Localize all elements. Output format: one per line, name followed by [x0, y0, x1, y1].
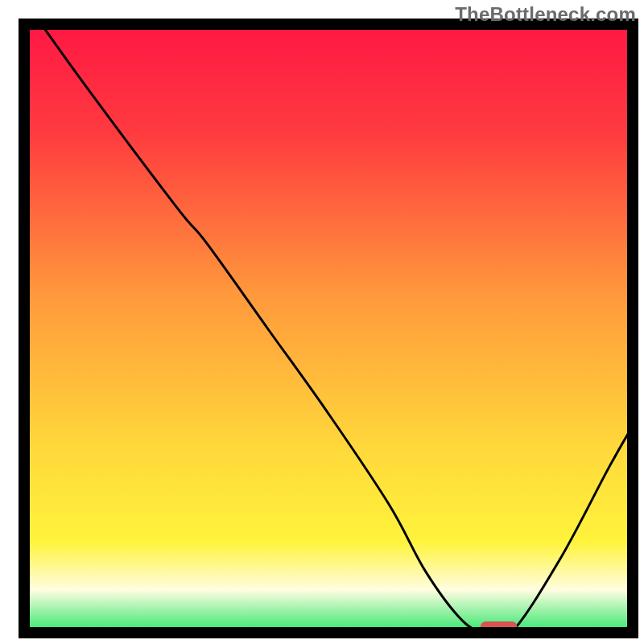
- bottleneck-chart: [0, 0, 644, 644]
- gradient-background: [24, 24, 633, 633]
- chart-frame: TheBottleneck.com: [0, 0, 644, 644]
- watermark-text: TheBottleneck.com: [455, 3, 636, 26]
